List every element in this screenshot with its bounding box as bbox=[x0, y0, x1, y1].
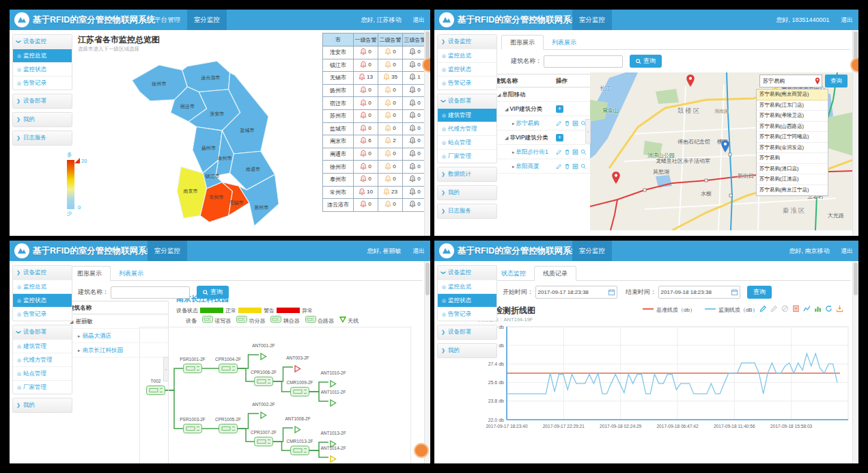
tab-列表展示[interactable]: 列表展示 bbox=[544, 36, 585, 49]
search-button[interactable]: 查询 bbox=[197, 286, 229, 299]
logout-link[interactable]: 退出 bbox=[841, 16, 853, 23]
nav-item-平台管理[interactable]: 平台管理 bbox=[148, 10, 187, 30]
search-result-item[interactable]: 苏宁易购(金润发店) bbox=[757, 143, 828, 154]
legend-item[interactable]: 监测线质（dB） bbox=[705, 307, 758, 313]
tree-node-label[interactable]: 阜阳步行街1 bbox=[516, 148, 548, 155]
search-result-item[interactable]: 苏宁易购(孝陵卫店) bbox=[757, 111, 828, 122]
add-button[interactable]: + bbox=[556, 105, 563, 113]
table-row[interactable]: 南京市162230 bbox=[323, 135, 428, 148]
bar-chart-icon[interactable] bbox=[814, 305, 822, 312]
tree-root[interactable]: ◢崔丽敏 bbox=[64, 314, 168, 329]
collapsed-icon[interactable]: ▸ bbox=[512, 150, 515, 154]
city-name[interactable]: 连云港市 bbox=[323, 199, 354, 212]
floating-feedback-button[interactable] bbox=[850, 57, 858, 72]
building-name-input[interactable] bbox=[544, 55, 623, 68]
clear-mark-icon[interactable] bbox=[781, 305, 789, 312]
city-name[interactable]: 宿迁市 bbox=[323, 97, 354, 110]
collapsed-icon[interactable]: ▸ bbox=[512, 164, 515, 169]
sidebar-group-数据统计[interactable]: ❯数据统计 bbox=[438, 167, 496, 181]
tree-node-label[interactable]: 阜阳移动 bbox=[502, 91, 525, 98]
city-name[interactable]: 南京市 bbox=[323, 135, 354, 148]
edit-icon[interactable] bbox=[556, 163, 562, 170]
tree-node-label[interactable]: 苏宁易购 bbox=[516, 120, 540, 126]
sidebar-group-设备部署[interactable]: ❯设备部署 bbox=[438, 94, 496, 108]
expanded-icon[interactable]: ◢ bbox=[505, 107, 508, 111]
sidebar-item-监控状态[interactable]: ◎监控状态 bbox=[13, 293, 72, 307]
nav-item-室分监控[interactable]: 室分监控 bbox=[148, 241, 187, 261]
device-node-CPR1004-2F[interactable] bbox=[219, 364, 238, 376]
table-row[interactable]: 苏州市102030 bbox=[323, 109, 428, 122]
collapsed-icon[interactable]: ▸ bbox=[78, 348, 81, 353]
sidebar-group-设备监控[interactable]: ❯设备监控 bbox=[438, 266, 496, 280]
legend-item[interactable]: 基准线质（db） bbox=[643, 307, 695, 313]
city-name[interactable]: 扬州市 bbox=[323, 84, 354, 97]
device-node-CPR1006-2F[interactable] bbox=[254, 377, 273, 389]
device-topology-diagram[interactable]: T002PSR1001-2FCPR1004-2FANT001-2FCPR1006… bbox=[139, 327, 411, 463]
collapsed-icon[interactable]: ▸ bbox=[512, 121, 515, 126]
table-row[interactable]: 淮安市102030 bbox=[323, 46, 428, 59]
sidebar-group-我的[interactable]: ❯我的 bbox=[13, 398, 72, 412]
sidebar-item-告警记录[interactable]: ◎告警记录 bbox=[13, 307, 72, 321]
delete-icon[interactable] bbox=[564, 149, 570, 155]
mark-line-icon[interactable] bbox=[759, 305, 767, 312]
search-result-item[interactable]: 苏宁易购(南京江宁店) bbox=[757, 185, 828, 196]
city-name[interactable]: 南通市 bbox=[323, 148, 354, 161]
sidebar-group-设备监控[interactable]: ❯设备监控 bbox=[13, 35, 72, 49]
scrollbar[interactable] bbox=[852, 261, 858, 463]
city-name[interactable]: 泰州市 bbox=[323, 173, 354, 186]
tree-node[interactable]: ▸南京长江科技园 bbox=[64, 343, 168, 357]
tree-row[interactable]: ▸阜阳商厦 bbox=[494, 159, 590, 174]
device-node-PSR1003-2F[interactable] bbox=[183, 424, 202, 436]
sidebar-group-设备监控[interactable]: ❯设备监控 bbox=[13, 266, 72, 280]
antenna-node-ANT002-2F[interactable] bbox=[260, 409, 267, 422]
city-name[interactable]: 淮安市 bbox=[323, 46, 354, 59]
search-result-item[interactable]: 苏宁易购(山西路店) bbox=[757, 122, 828, 133]
sidebar-group-日志服务[interactable]: ❯日志服务 bbox=[13, 131, 72, 145]
line-chart-icon[interactable] bbox=[803, 305, 811, 312]
device-node-CMR1013-2F[interactable] bbox=[290, 446, 309, 458]
baidu-map[interactable]: 南京市鼓楼区秦淮区玄武湖公园南京国际展览中心紫金山清凉山公园傅抱石纪念馆榴园新街… bbox=[590, 72, 853, 230]
collapsed-icon[interactable]: ▸ bbox=[78, 334, 81, 338]
table-row[interactable]: 宿迁市102030 bbox=[323, 97, 428, 110]
delete-icon[interactable] bbox=[564, 120, 570, 126]
blue-map-pin[interactable] bbox=[720, 139, 730, 156]
table-row[interactable]: 连云港市102030 bbox=[323, 199, 428, 212]
antenna-node-ANT003-2F[interactable] bbox=[294, 363, 301, 375]
legend-marker-icon[interactable] bbox=[74, 158, 80, 163]
search-result-item[interactable]: 苏宁易购(浦口店) bbox=[757, 164, 828, 175]
nav-item-室分监控[interactable]: 室分监控 bbox=[572, 10, 612, 30]
tree-row[interactable]: ◢非VIP建筑分类+ bbox=[494, 131, 590, 145]
antenna-node-ANT1014-2F[interactable] bbox=[329, 453, 337, 463]
edit-icon[interactable] bbox=[556, 120, 562, 126]
device-node-CMR1009-2F[interactable] bbox=[290, 387, 309, 399]
logout-link[interactable]: 退出 bbox=[412, 247, 425, 254]
sidebar-item-告警记录[interactable]: ◎告警记录 bbox=[438, 307, 496, 321]
search-result-item[interactable]: 苏宁易购(南京商贸店) bbox=[757, 90, 828, 100]
sidebar-item-建筑管理[interactable]: ◎建筑管理 bbox=[438, 108, 496, 122]
sidebar-item-厂家管理[interactable]: ◎厂家管理 bbox=[13, 380, 72, 394]
table-row[interactable]: 扬州市102030 bbox=[323, 84, 428, 97]
sidebar-item-告警记录[interactable]: ◎告警记录 bbox=[13, 76, 72, 90]
search-icon[interactable] bbox=[580, 149, 587, 155]
search-result-item[interactable]: 苏宁易购(江浦店) bbox=[757, 174, 828, 185]
table-row[interactable]: 盐城市102030 bbox=[323, 122, 428, 135]
tree-node-label[interactable]: 非VIP建筑分类 bbox=[509, 134, 548, 141]
city-name[interactable]: 常州市 bbox=[323, 186, 354, 199]
table-row[interactable]: 徐州市102030 bbox=[323, 161, 428, 174]
antenna-node-ANT1008-2F[interactable] bbox=[294, 424, 301, 436]
sidebar-group-设备部署[interactable]: ❯设备部署 bbox=[13, 325, 72, 339]
device-node-CPR1007-2F[interactable] bbox=[254, 437, 273, 449]
floating-feedback-button[interactable] bbox=[414, 443, 429, 458]
sidebar-group-日志服务[interactable]: ❯日志服务 bbox=[438, 204, 496, 218]
tree-row[interactable]: ▸苏宁易购 bbox=[494, 116, 590, 131]
city-name[interactable]: 徐州市 bbox=[323, 161, 354, 174]
query-button[interactable]: 查询 bbox=[747, 286, 772, 299]
sidebar-group-我的[interactable]: ❯我的 bbox=[438, 186, 496, 200]
sidebar-group-我的[interactable]: ❯我的 bbox=[13, 113, 72, 126]
sidebar-item-建筑管理[interactable]: ◎建筑管理 bbox=[13, 339, 72, 353]
tab-列表展示[interactable]: 列表展示 bbox=[111, 267, 152, 280]
table-row[interactable]: 镇江市102030 bbox=[323, 59, 428, 72]
add-button[interactable]: + bbox=[556, 134, 563, 141]
table-row[interactable]: 泰州市102030 bbox=[323, 173, 428, 186]
table-row[interactable]: 南通市102030 bbox=[323, 148, 428, 161]
